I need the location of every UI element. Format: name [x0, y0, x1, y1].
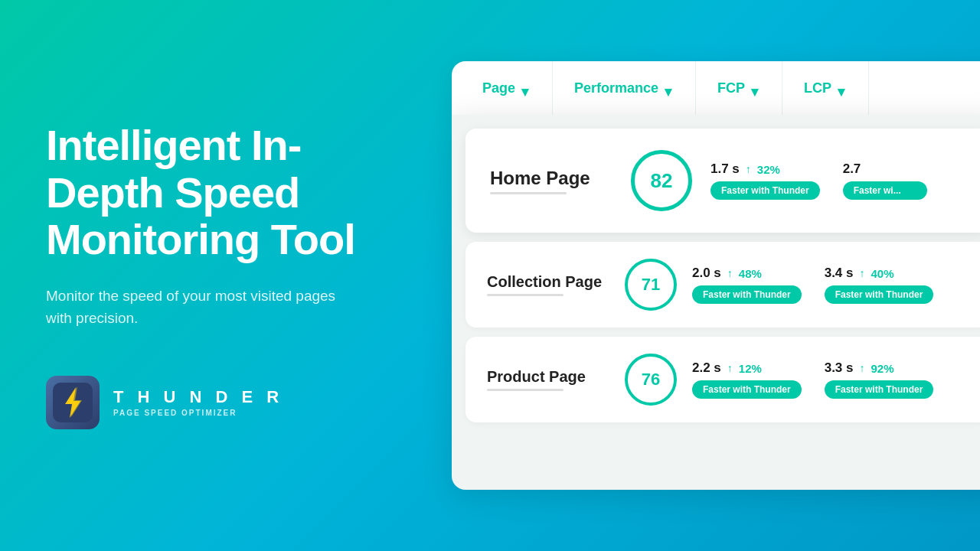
home-page-score: 82 — [651, 169, 673, 193]
product-page-score-circle: 76 — [625, 354, 677, 406]
brand-logo — [46, 376, 100, 429]
product-metric-1: 2.2 s ↑ 12% Faster with Thunder — [692, 360, 802, 399]
home-page-name: Home Page — [490, 168, 612, 189]
product-page-name-underline — [487, 389, 564, 391]
collection-page-name-col: Collection Page — [487, 273, 609, 296]
product-metric-2-badge: Faster with Thunder — [825, 380, 934, 399]
home-metric-1: 1.7 s ↑ 32% Faster with Thunder — [710, 161, 820, 200]
collection-metric-1-arrow: ↑ — [727, 267, 733, 279]
product-metric-1-arrow: ↑ — [727, 362, 733, 374]
collection-metric-2-arrow: ↑ — [860, 267, 865, 279]
home-metric-1-badge: Faster with Thunder — [710, 181, 820, 200]
lcp-filter-label: LCP — [804, 80, 831, 96]
brand-name: T H U N D E R — [113, 387, 283, 407]
page-filter[interactable]: Page ▾ — [475, 61, 553, 115]
home-metric-1-value-row: 1.7 s ↑ 32% — [710, 161, 820, 177]
home-metric-2: 2.7 Faster wi... — [843, 161, 927, 200]
collection-page-metrics: 2.0 s ↑ 48% Faster with Thunder 3.4 s ↑ … — [692, 266, 968, 304]
product-metric-2-pct: 92% — [871, 362, 894, 375]
collection-metric-1: 2.0 s ↑ 48% Faster with Thunder — [692, 266, 802, 304]
product-metric-1-value: 2.2 s — [692, 360, 721, 376]
brand-text: T H U N D E R PAGE SPEED OPTIMIZER — [113, 387, 283, 417]
product-metric-2-arrow: ↑ — [860, 362, 865, 374]
performance-filter-label: Performance — [574, 80, 658, 96]
product-page-metrics: 2.2 s ↑ 12% Faster with Thunder 3.3 s ↑ … — [692, 360, 968, 399]
product-metric-1-pct: 12% — [739, 362, 762, 375]
performance-filter-chevron: ▾ — [665, 83, 674, 93]
lcp-filter[interactable]: LCP ▾ — [782, 61, 869, 115]
brand-tagline: PAGE SPEED OPTIMIZER — [113, 409, 283, 417]
page-filter-chevron: ▾ — [521, 83, 531, 93]
filter-bar: Page ▾ Performance ▾ FCP ▾ LCP ▾ — [452, 61, 980, 115]
product-page-name-col: Product Page — [487, 368, 609, 391]
collection-metric-2-badge: Faster with Thunder — [825, 285, 934, 304]
product-page-row: Product Page 76 2.2 s ↑ 12% Faster with … — [466, 337, 980, 422]
data-area: Home Page 82 1.7 s ↑ 32% Faster with Thu… — [452, 115, 980, 490]
product-metric-2-value-row: 3.3 s ↑ 92% — [825, 360, 934, 376]
collection-metric-2: 3.4 s ↑ 40% Faster with Thunder — [825, 266, 934, 304]
product-metric-2: 3.3 s ↑ 92% Faster with Thunder — [825, 360, 934, 399]
collection-metric-1-pct: 48% — [739, 267, 762, 280]
home-metric-1-value: 1.7 s — [710, 161, 740, 177]
page-filter-label: Page — [482, 80, 515, 96]
collection-metric-1-badge: Faster with Thunder — [692, 285, 802, 304]
home-metric-1-arrow: ↑ — [746, 163, 751, 175]
fcp-filter-label: FCP — [717, 80, 745, 96]
collection-page-row: Collection Page 71 2.0 s ↑ 48% Faster wi… — [466, 242, 980, 328]
collection-page-score-circle: 71 — [625, 259, 677, 311]
collection-metric-2-value-row: 3.4 s ↑ 40% — [825, 266, 934, 281]
home-metric-2-value-row: 2.7 — [843, 161, 927, 177]
thunder-logo-icon — [53, 383, 93, 422]
product-metric-2-value: 3.3 s — [825, 360, 854, 376]
fcp-filter-chevron: ▾ — [751, 83, 760, 93]
product-metric-1-value-row: 2.2 s ↑ 12% — [692, 360, 802, 376]
performance-filter[interactable]: Performance ▾ — [553, 61, 696, 115]
hero-subtitle: Monitor the speed of your most visited p… — [46, 285, 337, 330]
home-metric-2-value: 2.7 — [843, 161, 861, 177]
home-page-score-circle: 82 — [631, 150, 692, 211]
collection-page-score: 71 — [642, 275, 660, 295]
home-page-name-col: Home Page — [490, 168, 612, 194]
product-page-name: Product Page — [487, 368, 609, 386]
product-page-score: 76 — [642, 370, 660, 390]
home-page-name-underline — [490, 192, 567, 194]
left-panel: Intelligent In-Depth Speed Monitoring To… — [0, 0, 429, 551]
home-metric-2-badge: Faster wi... — [843, 181, 927, 200]
fcp-filter[interactable]: FCP ▾ — [696, 61, 782, 115]
lcp-filter-chevron: ▾ — [838, 83, 847, 93]
home-metric-1-pct: 32% — [757, 163, 780, 176]
home-page-metrics: 1.7 s ↑ 32% Faster with Thunder 2.7 Fast… — [710, 161, 965, 200]
brand-row: T H U N D E R PAGE SPEED OPTIMIZER — [46, 376, 383, 429]
collection-page-name-underline — [487, 294, 564, 296]
collection-page-name: Collection Page — [487, 273, 609, 291]
right-panel: Page ▾ Performance ▾ FCP ▾ LCP ▾ Home Pa… — [452, 61, 980, 490]
collection-metric-1-value: 2.0 s — [692, 266, 721, 281]
hero-title: Intelligent In-Depth Speed Monitoring To… — [46, 122, 383, 263]
home-page-row: Home Page 82 1.7 s ↑ 32% Faster with Thu… — [466, 129, 980, 233]
collection-metric-1-value-row: 2.0 s ↑ 48% — [692, 266, 802, 281]
collection-metric-2-pct: 40% — [871, 267, 894, 280]
product-metric-1-badge: Faster with Thunder — [692, 380, 802, 399]
collection-metric-2-value: 3.4 s — [825, 266, 854, 281]
